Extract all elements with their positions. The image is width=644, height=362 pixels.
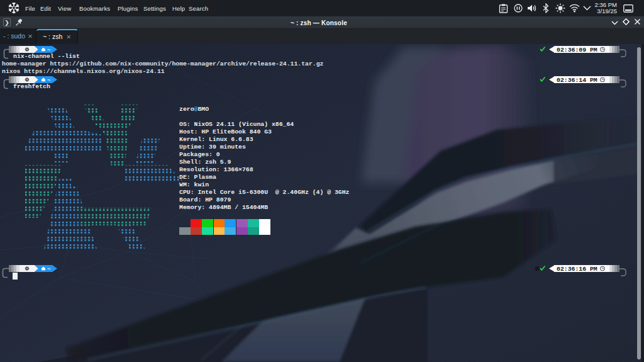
- svg-text:~: ~: [47, 266, 50, 272]
- svg-text:02:36:09 PM: 02:36:09 PM: [557, 47, 597, 54]
- svg-text:02:36:16 PM: 02:36:16 PM: [557, 266, 597, 273]
- svg-text:02:36:14 PM: 02:36:14 PM: [557, 77, 597, 84]
